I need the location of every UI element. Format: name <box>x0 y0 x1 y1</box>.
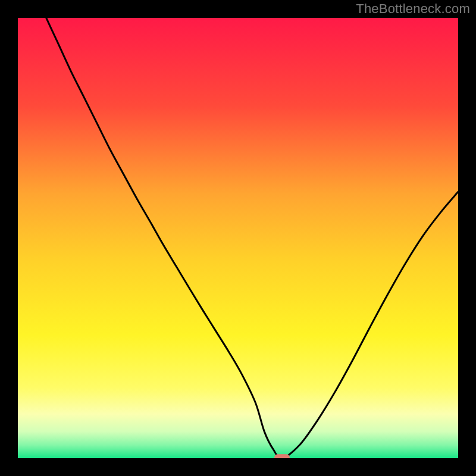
gradient-background <box>18 18 458 458</box>
chart-frame: TheBottleneck.com <box>0 0 476 476</box>
optimal-point-marker <box>274 454 290 458</box>
chart-plot-area <box>18 18 458 458</box>
watermark-text: TheBottleneck.com <box>356 1 470 17</box>
